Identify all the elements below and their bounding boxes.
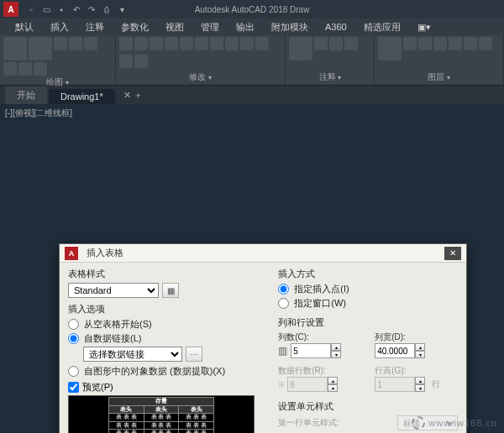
spin-down-icon[interactable]: ▾ xyxy=(415,351,425,358)
arc-tool-icon[interactable] xyxy=(69,37,82,50)
close-icon[interactable]: ✕ xyxy=(444,247,461,260)
drawing-tab[interactable]: Drawing1* xyxy=(49,89,115,104)
radio-insert-point[interactable] xyxy=(278,284,289,295)
tab-default[interactable]: 默认 xyxy=(7,19,42,35)
ellipse-tool-icon[interactable] xyxy=(3,62,17,76)
panel-label-annotate[interactable]: 注释 xyxy=(289,70,370,83)
datarows-input xyxy=(287,377,328,392)
rect-tool-icon[interactable] xyxy=(84,37,97,50)
new-tab-icon[interactable]: ✕ ＋ xyxy=(117,86,150,104)
layer-lock-icon[interactable] xyxy=(433,37,447,50)
spline-tool-icon[interactable] xyxy=(34,62,47,76)
datalink-select[interactable]: 选择数据链接 xyxy=(83,347,182,362)
layer-on-icon[interactable] xyxy=(403,37,417,50)
ribbon-panel-draw: 绘图 xyxy=(0,35,116,85)
layer-props-icon[interactable] xyxy=(378,37,402,60)
circle-tool-icon[interactable] xyxy=(54,37,67,50)
offset-tool-icon[interactable] xyxy=(240,37,254,50)
radio-datalink-label: 自数据链接(L) xyxy=(84,332,141,345)
copy-tool-icon[interactable] xyxy=(134,37,148,50)
insert-mode-label: 插入方式 xyxy=(278,268,458,280)
layer-freeze-icon[interactable] xyxy=(418,37,432,50)
radio-extract-label: 自图形中的对象数据 (数据提取)(X) xyxy=(84,365,225,378)
erase-tool-icon[interactable] xyxy=(255,37,269,50)
drawing-canvas[interactable]: [-][俯视][二维线框] A 插入表格 ✕ 表格样式 Standard ▦ 插… xyxy=(0,104,504,433)
table-style-select[interactable]: Standard xyxy=(68,283,159,298)
tab-overflow-icon[interactable]: ▣▾ xyxy=(409,20,439,34)
table-style-launch-icon[interactable]: ▦ xyxy=(162,283,179,298)
datalink-launch-icon[interactable]: ⋯ xyxy=(186,347,202,362)
tab-view[interactable]: 视图 xyxy=(157,19,192,35)
qat-dropdown-icon[interactable]: ▾ xyxy=(115,3,129,15)
tab-annotate[interactable]: 注释 xyxy=(77,19,113,35)
ribbon-panel-modify: 修改 xyxy=(116,35,286,85)
stretch-tool-icon[interactable] xyxy=(134,55,148,68)
fillet-tool-icon[interactable] xyxy=(210,37,223,50)
tab-insert[interactable]: 插入 xyxy=(42,19,77,35)
tab-parametric[interactable]: 参数化 xyxy=(113,19,157,35)
layer-iso-icon[interactable] xyxy=(464,37,477,50)
qat-open-icon[interactable]: ▭ xyxy=(39,3,53,15)
radio-window-label: 指定窗口(W) xyxy=(294,297,346,310)
cols-input[interactable] xyxy=(291,343,331,358)
radio-empty[interactable] xyxy=(68,319,79,330)
tab-manage[interactable]: 管理 xyxy=(192,19,228,35)
columns-icon: ▥ xyxy=(278,345,287,357)
title-bar: A ▫ ▭ ▪ ↶ ↷ ⎙ ▾ Autodesk AutoCAD 2018 Dr… xyxy=(0,0,504,18)
mirror-tool-icon[interactable] xyxy=(180,37,193,50)
rowh-unit: 行 xyxy=(432,378,440,390)
qat-redo-icon[interactable]: ↷ xyxy=(85,3,98,15)
spin-down-icon[interactable]: ▾ xyxy=(331,351,341,358)
move-tool-icon[interactable] xyxy=(119,37,133,50)
qat-plot-icon[interactable]: ⎙ xyxy=(100,3,113,15)
qat-save-icon[interactable]: ▪ xyxy=(55,3,68,15)
radio-extract[interactable] xyxy=(68,366,79,377)
tab-addins[interactable]: 附加模块 xyxy=(263,19,317,35)
rotate-tool-icon[interactable] xyxy=(150,37,163,50)
ribbon-tabs: 默认 插入 注释 参数化 视图 管理 输出 附加模块 A360 精选应用 ▣▾ xyxy=(0,18,504,35)
colw-input[interactable] xyxy=(375,343,415,358)
dialog-icon: A xyxy=(65,247,78,260)
spin-up-icon[interactable]: ▴ xyxy=(331,343,341,351)
layer-prev-icon[interactable] xyxy=(479,37,492,50)
preview-label: 预览(P) xyxy=(82,381,113,394)
viewport-label[interactable]: [-][俯视][二维线框] xyxy=(5,107,72,119)
rowh-input xyxy=(375,377,415,392)
spin-up-icon[interactable]: ▴ xyxy=(415,343,425,351)
line-tool-icon[interactable] xyxy=(3,37,27,60)
layer-match-icon[interactable] xyxy=(449,37,462,50)
start-tab[interactable]: 开始 xyxy=(5,86,47,104)
trim-tool-icon[interactable] xyxy=(165,37,178,50)
qat-new-icon[interactable]: ▫ xyxy=(24,3,38,15)
polyline-tool-icon[interactable] xyxy=(29,37,52,60)
rowh-label: 行高(G): xyxy=(375,365,458,377)
tab-featured[interactable]: 精选应用 xyxy=(355,19,409,35)
ribbon: 绘图 修改 注释 xyxy=(0,35,504,86)
hatch-tool-icon[interactable] xyxy=(18,62,32,76)
datarows-label: 数据行数(R): xyxy=(278,365,361,377)
qat-undo-icon[interactable]: ↶ xyxy=(70,3,83,15)
leader-tool-icon[interactable] xyxy=(329,37,343,50)
watermark: www.iw168.cn xyxy=(412,416,497,430)
explode-tool-icon[interactable] xyxy=(119,55,133,68)
scale-tool-icon[interactable] xyxy=(195,37,208,50)
radio-window[interactable] xyxy=(278,298,289,309)
panel-label-modify[interactable]: 修改 xyxy=(119,70,281,83)
colw-label: 列宽(D): xyxy=(375,331,458,343)
table-tool-icon[interactable] xyxy=(344,37,358,50)
tab-a360[interactable]: A360 xyxy=(317,20,355,34)
preview-checkbox[interactable] xyxy=(68,382,79,393)
ribbon-panel-layers: 图层 xyxy=(375,35,504,85)
panel-label-layers[interactable]: 图层 xyxy=(378,70,500,83)
table-preview: 存量 表头表头表头 表 表 表表 表 表表 表 表 表 表 表表 表 表表 表 … xyxy=(68,395,255,433)
radio-insert-point-label: 指定插入点(I) xyxy=(294,283,349,295)
radio-empty-label: 从空表格开始(S) xyxy=(84,318,152,331)
app-logo: A xyxy=(3,2,18,17)
dialog-titlebar[interactable]: A 插入表格 ✕ xyxy=(60,244,466,263)
array-tool-icon[interactable] xyxy=(225,37,239,50)
text-tool-icon[interactable] xyxy=(289,37,312,60)
dialog-title: 插入表格 xyxy=(87,247,123,259)
dim-tool-icon[interactable] xyxy=(314,37,328,50)
tab-output[interactable]: 输出 xyxy=(228,19,263,35)
radio-datalink[interactable] xyxy=(68,333,79,344)
